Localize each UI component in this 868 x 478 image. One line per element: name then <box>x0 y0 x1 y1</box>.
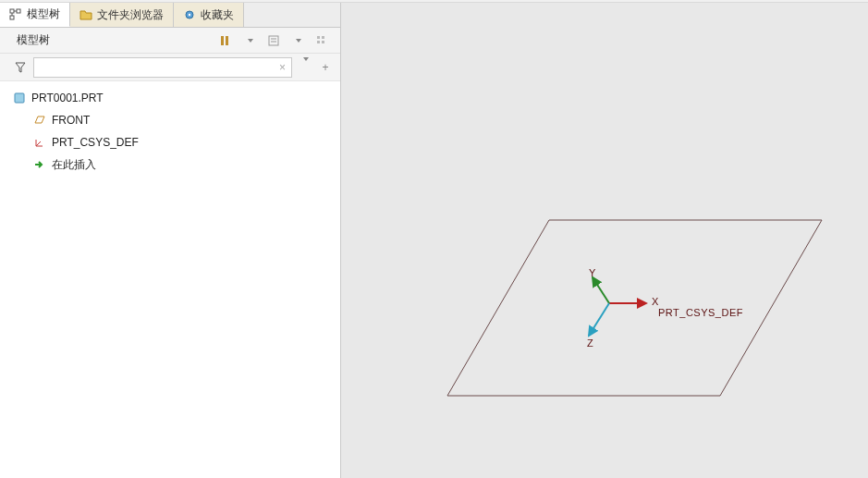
tab-favorites[interactable]: 收藏夹 <box>174 3 244 27</box>
tree-root[interactable]: PRT0001.PRT <box>0 87 340 109</box>
tree-node-label: PRT0001.PRT <box>31 92 104 104</box>
csys-origin <box>581 248 692 359</box>
tab-label: 收藏夹 <box>201 7 234 23</box>
tree-node-label: PRT_CSYS_DEF <box>52 136 139 149</box>
folder-icon <box>79 8 92 21</box>
svg-rect-0 <box>10 9 14 13</box>
graphics-viewport[interactable]: X Y Z PRT_CSYS_DEF <box>341 3 868 478</box>
tab-label: 模型树 <box>27 6 60 22</box>
filter-input-wrap: × <box>33 57 292 78</box>
model-tree-icon <box>9 8 22 21</box>
tab-label: 文件夹浏览器 <box>97 7 164 23</box>
svg-rect-16 <box>15 93 24 103</box>
tool-dropdown-1[interactable] <box>238 31 261 51</box>
tree-node-insert-here[interactable]: 在此插入 <box>0 153 340 176</box>
svg-rect-8 <box>226 36 228 45</box>
svg-rect-13 <box>322 36 324 39</box>
svg-line-22 <box>593 277 609 303</box>
axis-label-y: Y <box>589 267 596 278</box>
svg-rect-12 <box>317 36 320 39</box>
tool-settings[interactable] <box>263 31 285 51</box>
filter-row: × + <box>0 54 340 81</box>
csys-label: PRT_CSYS_DEF <box>658 307 743 318</box>
filter-input[interactable] <box>38 60 277 75</box>
svg-point-6 <box>189 14 190 16</box>
tool-dropdown-2[interactable] <box>287 31 309 51</box>
tree-node-label: FRONT <box>52 114 90 127</box>
left-panel-tabs: 模型树 文件夹浏览器 收藏夹 <box>0 3 340 28</box>
svg-rect-1 <box>17 9 20 13</box>
svg-line-23 <box>589 303 609 336</box>
add-button[interactable]: + <box>318 61 333 74</box>
clear-filter-icon[interactable]: × <box>277 61 287 74</box>
svg-rect-9 <box>269 36 278 45</box>
axis-label-x: X <box>652 296 659 307</box>
left-panel: 模型树 文件夹浏览器 收藏夹 模型树 <box>0 3 341 478</box>
part-icon <box>13 92 26 104</box>
svg-rect-7 <box>221 36 224 45</box>
panel-title: 模型树 <box>17 32 214 48</box>
tree-node-front[interactable]: FRONT <box>0 109 340 131</box>
datum-plane-icon <box>33 114 46 127</box>
model-tree: PRT0001.PRT FRONT PRT_CSYS_DEF 在此插入 <box>0 81 340 478</box>
insert-here-icon <box>33 158 46 171</box>
svg-rect-15 <box>322 41 324 43</box>
svg-line-19 <box>36 141 41 146</box>
panel-header: 模型树 <box>0 28 340 54</box>
filter-caret[interactable] <box>298 61 312 74</box>
tool-show[interactable] <box>311 31 333 51</box>
svg-rect-2 <box>10 16 14 19</box>
tree-node-label: 在此插入 <box>52 157 96 173</box>
tree-node-csys[interactable]: PRT_CSYS_DEF <box>0 131 340 153</box>
tab-folder-browser[interactable]: 文件夹浏览器 <box>70 3 174 27</box>
tool-display-options[interactable] <box>214 31 237 51</box>
axis-label-z: Z <box>587 337 593 349</box>
svg-rect-14 <box>317 41 320 43</box>
star-icon <box>183 8 196 21</box>
tab-model-tree[interactable]: 模型树 <box>0 3 70 27</box>
filter-icon[interactable] <box>13 62 28 73</box>
csys-icon <box>33 136 46 149</box>
